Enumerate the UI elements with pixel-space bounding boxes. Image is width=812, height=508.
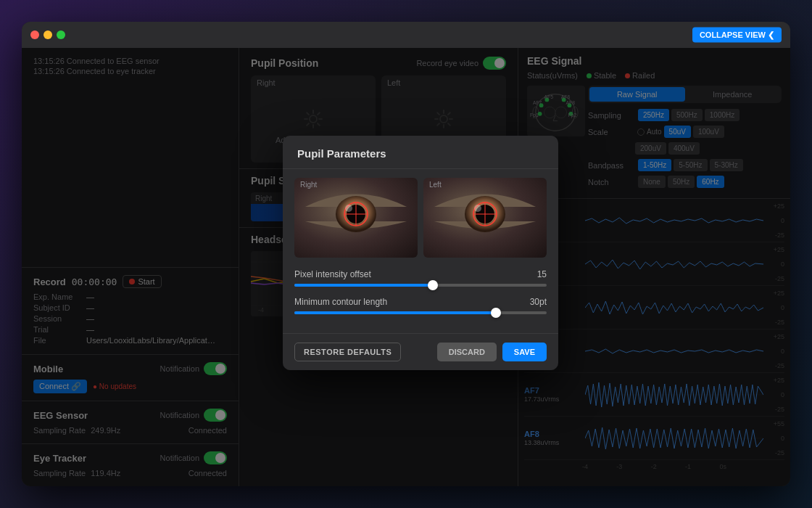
- title-bar: COLLAPSE VIEW ❮: [22, 22, 790, 48]
- min-contour-label: Minimum contour length: [294, 297, 387, 307]
- modal-left-eye: Left: [423, 178, 547, 258]
- pixel-intensity-fill: [294, 284, 433, 287]
- pupil-parameters-modal: Pupil Parameters Right: [283, 136, 558, 370]
- pixel-intensity-slider-section: Pixel intensity offset 15: [294, 269, 547, 287]
- svg-point-38: [474, 205, 481, 212]
- pixel-intensity-thumb[interactable]: [428, 280, 438, 290]
- min-contour-slider-section: Minimum contour length 30pt: [294, 297, 547, 314]
- min-contour-value: 30pt: [530, 297, 547, 307]
- modal-right-eye: Right: [294, 178, 418, 258]
- minimize-button[interactable]: [44, 30, 52, 39]
- min-contour-slider[interactable]: [294, 311, 547, 314]
- pixel-intensity-value: 15: [537, 269, 547, 279]
- save-button[interactable]: SAVE: [502, 343, 547, 361]
- right-eye-image: [294, 178, 418, 258]
- close-button[interactable]: [30, 30, 39, 39]
- discard-button[interactable]: DISCARD: [437, 343, 497, 361]
- modal-eyes: Right: [294, 178, 547, 258]
- min-contour-thumb[interactable]: [491, 308, 501, 318]
- traffic-lights: [30, 30, 65, 39]
- svg-point-32: [345, 205, 352, 212]
- modal-footer: RESTORE DEFAULTS DISCARD SAVE: [283, 333, 558, 370]
- modal-header: Pupil Parameters: [283, 136, 558, 169]
- modal-body: Right: [283, 169, 558, 333]
- modal-right-eye-label: Right: [300, 181, 317, 189]
- modal-left-eye-label: Left: [429, 181, 442, 189]
- pixel-intensity-label: Pixel intensity offset: [294, 269, 371, 279]
- maximize-button[interactable]: [57, 30, 65, 39]
- min-contour-fill: [294, 311, 496, 314]
- restore-defaults-button[interactable]: RESTORE DEFAULTS: [294, 343, 401, 361]
- pixel-intensity-slider[interactable]: [294, 284, 547, 287]
- collapse-view-button[interactable]: COLLAPSE VIEW ❮: [692, 28, 782, 43]
- left-eye-image: [423, 178, 547, 258]
- modal-overlay[interactable]: Pupil Parameters Right: [22, 48, 790, 486]
